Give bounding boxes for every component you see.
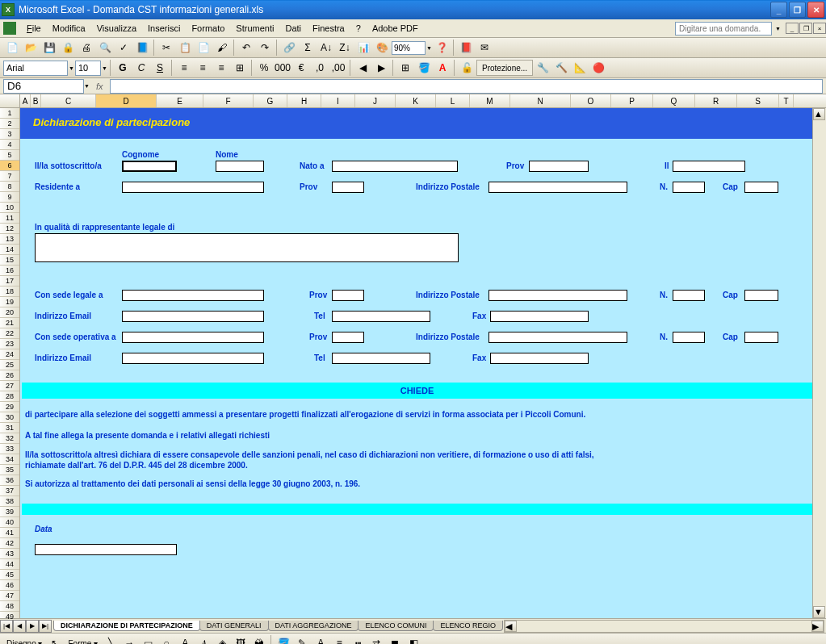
- align-right-icon[interactable]: ≡: [212, 59, 230, 77]
- fontsize-input[interactable]: [75, 61, 101, 76]
- print-icon[interactable]: 🖨: [78, 39, 95, 56]
- fld-cap2[interactable]: [744, 290, 778, 301]
- col-header-H[interactable]: H: [287, 94, 321, 107]
- protect-sheet-icon[interactable]: 🔓: [458, 59, 476, 77]
- fillcolor-draw-icon[interactable]: 🪣: [275, 634, 292, 644]
- percent-icon[interactable]: 000: [274, 59, 291, 77]
- copy-icon[interactable]: 📋: [176, 39, 194, 56]
- row-header-23[interactable]: 23: [0, 339, 19, 349]
- row-header-16[interactable]: 16: [0, 266, 19, 276]
- menu-help[interactable]: ?: [350, 22, 367, 35]
- fld-indpost2[interactable]: [488, 290, 627, 301]
- fontcolor-draw-icon[interactable]: A: [312, 634, 329, 644]
- row-header-25[interactable]: 25: [0, 360, 19, 370]
- fld-email1[interactable]: [122, 311, 264, 322]
- close-button[interactable]: ✕: [807, 2, 824, 18]
- fld-indpost3[interactable]: [488, 332, 627, 343]
- new-icon[interactable]: 📄: [3, 39, 21, 56]
- row-header-11[interactable]: 11: [0, 213, 19, 224]
- row-header-28[interactable]: 28: [0, 391, 19, 402]
- row-header-30[interactable]: 30: [0, 412, 19, 423]
- row-header-47[interactable]: 47: [0, 591, 19, 601]
- row-header-43[interactable]: 43: [0, 549, 19, 559]
- arrowstyle-icon[interactable]: ⇄: [367, 634, 385, 644]
- zoom-input[interactable]: [392, 41, 426, 55]
- col-header-R[interactable]: R: [695, 94, 737, 107]
- row-header-41[interactable]: 41: [0, 528, 19, 538]
- shadow-icon[interactable]: ◼: [386, 634, 404, 644]
- protection-button[interactable]: Protezione...: [476, 60, 533, 76]
- permission-icon[interactable]: 🔒: [59, 39, 77, 56]
- font-input[interactable]: [3, 61, 68, 76]
- row-header-44[interactable]: 44: [0, 559, 19, 570]
- row-header-31[interactable]: 31: [0, 423, 19, 433]
- linestyle-icon[interactable]: ≡: [330, 634, 348, 644]
- fld-cap1[interactable]: [744, 182, 778, 193]
- increase-decimal-icon[interactable]: ,0: [311, 59, 329, 77]
- borders-icon[interactable]: ⊞: [396, 59, 414, 77]
- research-icon[interactable]: 📘: [133, 39, 151, 56]
- open-icon[interactable]: 📂: [22, 39, 40, 56]
- col-header-S[interactable]: S: [737, 94, 779, 107]
- col-header-I[interactable]: I: [321, 94, 355, 107]
- row-header-12[interactable]: 12: [0, 224, 19, 234]
- fld-sedelegale[interactable]: [122, 290, 264, 301]
- ask-dropdown[interactable]: ▼: [775, 26, 781, 31]
- sort-desc-icon[interactable]: Z↓: [336, 39, 354, 56]
- currency-icon[interactable]: %: [255, 59, 273, 77]
- fld-tel1[interactable]: [332, 311, 430, 322]
- scroll-right-icon[interactable]: ▶: [811, 621, 824, 632]
- maximize-button[interactable]: ❐: [789, 2, 806, 18]
- font-dropdown[interactable]: ▼: [69, 65, 74, 71]
- fld-n2[interactable]: [673, 290, 705, 301]
- worksheet[interactable]: Dichiarazione di partecipazione Cognome …: [20, 108, 812, 618]
- row-header-2[interactable]: 2: [0, 119, 19, 129]
- font-color-icon[interactable]: A: [434, 59, 451, 77]
- fld-cognome[interactable]: [122, 161, 177, 172]
- row-header-4[interactable]: 4: [0, 140, 19, 150]
- fld-fax1[interactable]: [490, 311, 589, 322]
- select-all-corner[interactable]: [0, 94, 20, 107]
- menu-window[interactable]: Finestra: [307, 22, 350, 35]
- cut-icon[interactable]: ✂: [157, 39, 175, 56]
- row-header-24[interactable]: 24: [0, 349, 19, 360]
- col-header-E[interactable]: E: [157, 94, 203, 107]
- row-header-19[interactable]: 19: [0, 297, 19, 307]
- diagram-icon[interactable]: ◈: [213, 634, 231, 644]
- menu-adobe[interactable]: Adobe PDF: [367, 22, 424, 35]
- row-header-29[interactable]: 29: [0, 402, 19, 412]
- fld-indpost1[interactable]: [488, 182, 627, 193]
- prot-icon-4[interactable]: 🔴: [589, 59, 607, 77]
- row-header-6[interactable]: 6: [0, 161, 19, 171]
- arrow-icon[interactable]: →: [120, 634, 138, 644]
- col-header-F[interactable]: F: [203, 94, 254, 107]
- scroll-left-icon[interactable]: ◀: [505, 621, 517, 632]
- row-header-1[interactable]: 1: [0, 108, 19, 119]
- euro-icon[interactable]: €: [292, 59, 310, 77]
- fill-color-icon[interactable]: 🪣: [415, 59, 433, 77]
- fld-fax2[interactable]: [490, 353, 589, 364]
- tab-elenco-regio[interactable]: ELENCO REGIO: [433, 621, 503, 631]
- fld-il[interactable]: [673, 161, 745, 172]
- row-header-20[interactable]: 20: [0, 307, 19, 318]
- row-header-22[interactable]: 22: [0, 328, 19, 339]
- scroll-down-icon[interactable]: ▼: [813, 606, 825, 618]
- row-header-42[interactable]: 42: [0, 538, 19, 549]
- row-header-36[interactable]: 36: [0, 475, 19, 486]
- format-painter-icon[interactable]: 🖌: [213, 39, 231, 56]
- prot-icon-1[interactable]: 🔧: [534, 59, 551, 77]
- rectangle-icon[interactable]: ▭: [139, 634, 157, 644]
- paste-icon[interactable]: 📄: [195, 39, 212, 56]
- dashstyle-icon[interactable]: ┅: [349, 634, 367, 644]
- row-header-45[interactable]: 45: [0, 570, 19, 580]
- fld-n1[interactable]: [673, 182, 705, 193]
- row-header-34[interactable]: 34: [0, 454, 19, 465]
- redo-icon[interactable]: ↷: [256, 39, 274, 56]
- save-icon[interactable]: 💾: [40, 39, 58, 56]
- decrease-indent-icon[interactable]: ◀: [354, 59, 371, 77]
- col-header-N[interactable]: N: [510, 94, 571, 107]
- menu-file[interactable]: FFileile: [21, 22, 47, 35]
- col-header-T[interactable]: T: [779, 94, 794, 107]
- merge-icon[interactable]: ⊞: [231, 59, 249, 77]
- col-header-J[interactable]: J: [355, 94, 396, 107]
